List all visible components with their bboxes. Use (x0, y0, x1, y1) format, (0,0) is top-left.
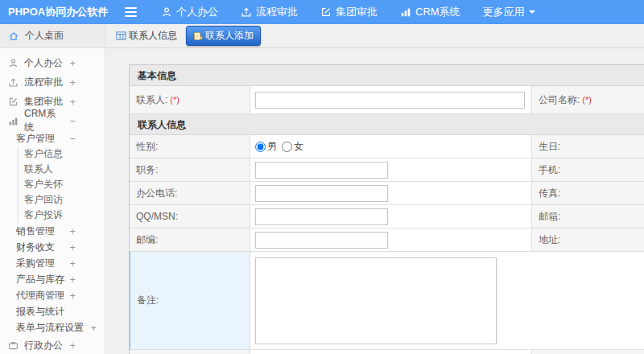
sidebar: 个人桌面 个人办公 + 流程审批 + 集团审批 + CRM系统 − 客户管理 −… (0, 24, 105, 354)
gender-cell: 男 女 (250, 135, 532, 158)
sidebar-item-label: 个人办公 (24, 56, 63, 70)
contact-name-input[interactable] (255, 92, 525, 109)
zip-cell (250, 228, 532, 252)
sidebar-item-sales-management[interactable]: 销售管理 + (0, 223, 105, 239)
expand-plus-icon[interactable]: + (90, 322, 97, 334)
required-mark: (*) (582, 95, 592, 105)
remark-cell (250, 252, 644, 350)
sidebar-item-label: 行政办公 (24, 339, 63, 352)
sidebar-item-reports-statistics[interactable]: 报表与统计 (0, 303, 105, 319)
sidebar-item-customer-callback[interactable]: 客户回访 (19, 192, 105, 208)
office-phone-input[interactable] (255, 185, 388, 202)
sidebar-item-customer-info[interactable]: 客户信息 (19, 146, 105, 162)
contact-name-cell (250, 86, 532, 114)
job-title-cell (250, 158, 532, 182)
table-grid-icon (116, 31, 126, 41)
section-header-basic-info: 基本信息 (130, 65, 644, 86)
office-phone-cell (250, 182, 532, 205)
expand-plus-icon[interactable]: + (69, 96, 76, 108)
sidebar-item-label: 表单与流程设置 (16, 321, 84, 335)
sidebar-item-admin-office[interactable]: 行政办公 + (0, 335, 105, 354)
sidebar-item-crm-system[interactable]: CRM系统 − (0, 111, 105, 130)
expand-plus-icon[interactable]: + (69, 225, 76, 237)
user-icon (8, 58, 19, 68)
nav-label: CRM系统 (415, 5, 460, 19)
sidebar-item-personal-office[interactable]: 个人办公 + (0, 53, 105, 72)
sidebar-item-form-flow-settings[interactable]: 表单与流程设置 + (0, 319, 105, 335)
nav-group-approval[interactable]: 集团审批 (320, 5, 378, 19)
field-label-qq-msn: QQ/MSN: (130, 205, 250, 228)
flow-approve-icon (241, 6, 252, 18)
customer-management-submenu: 客户信息 联系人 客户关怀 客户回访 客户投诉 (18, 146, 105, 223)
nav-personal-office[interactable]: 个人办公 (161, 5, 218, 19)
field-label-remark: 备注: (130, 252, 250, 350)
sidebar-item-label: 客户投诉 (24, 208, 63, 222)
field-label-fax: 传真: (532, 182, 644, 205)
sidebar-item-customer-care[interactable]: 客户关怀 (19, 177, 105, 192)
field-label-mobile: 手机: (532, 158, 644, 182)
top-bar: PHPOA协同办公软件 个人办公 流程审批 集团审批 CRM系统 更多应用 (0, 0, 644, 24)
gender-male-option[interactable]: 男 (255, 140, 277, 154)
tab-label: 联系人信息 (129, 29, 177, 43)
qq-msn-input[interactable] (255, 208, 388, 225)
top-navigation: 个人办公 流程审批 集团审批 CRM系统 更多应用 (161, 5, 535, 19)
menu-toggle-icon[interactable] (125, 7, 137, 17)
tab-label: 联系人添加 (205, 29, 254, 43)
field-label-email: 邮箱: (532, 205, 644, 228)
sidebar-item-purchasing[interactable]: 采购管理 + (0, 255, 105, 271)
app-logo: PHPOA协同办公软件 (0, 5, 105, 19)
collapse-minus-icon[interactable]: − (69, 133, 76, 145)
sidebar-item-label: 集团审批 (24, 95, 63, 109)
nav-label: 集团审批 (336, 5, 378, 19)
sidebar-item-label: 客户关怀 (24, 178, 63, 191)
sidebar-item-customer-management[interactable]: 客户管理 − (0, 130, 105, 146)
nav-label: 流程审批 (256, 5, 298, 19)
gender-female-radio[interactable] (282, 142, 292, 152)
sidebar-item-agent-management[interactable]: 代理商管理 + (0, 287, 105, 303)
sidebar-item-flow-approval[interactable]: 流程审批 + (0, 72, 105, 92)
field-label-company-name: 公司名称: (*) (532, 86, 644, 114)
sidebar-item-products-inventory[interactable]: 产品与库存 + (0, 271, 105, 287)
nav-more-apps[interactable]: 更多应用 (483, 5, 535, 19)
sidebar-item-finance[interactable]: 财务收支 + (0, 239, 105, 255)
field-label-gender: 性别: (130, 135, 250, 158)
nav-crm-system[interactable]: CRM系统 (400, 5, 460, 19)
bar-chart-icon (400, 6, 411, 18)
required-mark: (*) (170, 95, 180, 105)
sidebar-menu: 个人办公 + 流程审批 + 集团审批 + CRM系统 − 客户管理 − 客户信息… (0, 48, 105, 354)
sidebar-item-label: 流程审批 (24, 76, 63, 89)
expand-plus-icon[interactable]: + (69, 241, 76, 253)
field-label-zip: 邮编: (130, 228, 250, 252)
job-title-input[interactable] (255, 162, 388, 179)
collapse-minus-icon[interactable]: − (69, 115, 76, 127)
caret-down-icon (529, 10, 535, 17)
nav-flow-approval[interactable]: 流程审批 (241, 5, 298, 19)
sidebar-item-customer-complaint[interactable]: 客户投诉 (19, 208, 105, 223)
sidebar-item-label: 销售管理 (16, 224, 55, 238)
expand-plus-icon[interactable]: + (69, 274, 76, 286)
sidebar-item-label: 代理商管理 (16, 289, 64, 303)
gender-male-radio[interactable] (255, 142, 266, 152)
qq-msn-cell (250, 205, 532, 228)
add-contact-icon (193, 31, 203, 41)
remark-textarea[interactable] (255, 257, 497, 344)
sidebar-item-label: 报表与统计 (16, 305, 64, 319)
flow-approve-icon (8, 77, 19, 88)
expand-plus-icon[interactable]: + (69, 340, 76, 352)
tab-contact-add[interactable]: 联系人添加 (186, 26, 261, 46)
expand-plus-icon[interactable]: + (69, 257, 76, 270)
gender-female-option[interactable]: 女 (282, 140, 303, 154)
zip-input[interactable] (255, 232, 388, 249)
edit-approve-icon (8, 97, 19, 107)
expand-plus-icon[interactable]: + (69, 57, 76, 69)
sidebar-item-contacts[interactable]: 联系人 (19, 162, 105, 177)
field-label-job-title: 职务: (130, 158, 250, 182)
expand-plus-icon[interactable]: + (69, 76, 76, 88)
field-label-birthday: 生日: (532, 135, 644, 158)
nav-label: 更多应用 (483, 5, 525, 19)
sidebar-item-personal-desktop[interactable]: 个人桌面 (0, 24, 105, 48)
tab-contact-info[interactable]: 联系人信息 (112, 27, 181, 45)
field-label-contact-name: 联系人: (*) (130, 86, 250, 114)
expand-plus-icon[interactable]: + (69, 290, 76, 302)
field-label-office-phone: 办公电话: (130, 182, 250, 205)
